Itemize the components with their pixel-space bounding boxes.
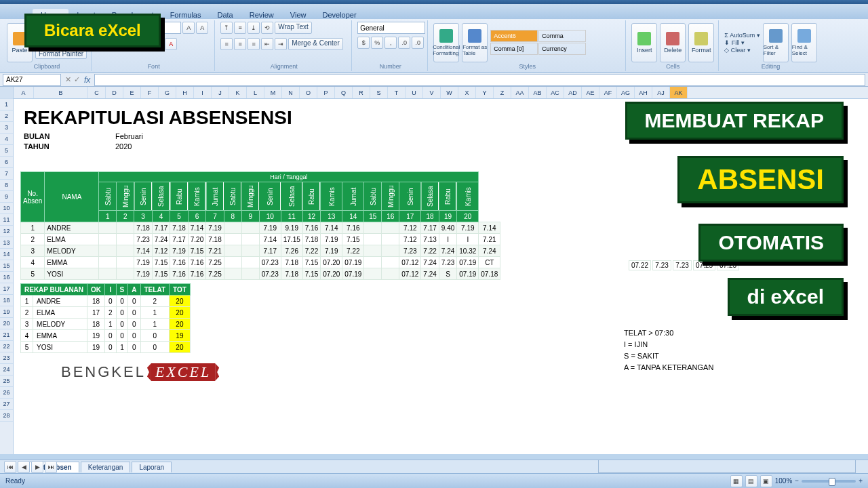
row-header[interactable]: 26 [0, 387, 13, 399]
row-header[interactable]: 3 [0, 122, 13, 134]
group-styles: Conditional Formatting Format as Table A… [429, 20, 626, 71]
formula-bar[interactable] [94, 74, 865, 86]
delete-cells-button[interactable]: Delete [660, 23, 686, 62]
wrap-text-button[interactable]: Wrap Text [275, 22, 312, 34]
find-select-button[interactable]: Find & Select [791, 23, 817, 62]
row-header[interactable]: 28 [0, 410, 13, 422]
horizontal-scrollbar[interactable] [598, 460, 856, 473]
row-header[interactable]: 14 [0, 249, 13, 260]
row-header[interactable]: 8 [0, 180, 13, 191]
ribbon-tab-developer[interactable]: Developer [314, 9, 364, 19]
zoom-in-button[interactable]: + [859, 477, 863, 485]
row-header[interactable]: 1 [0, 99, 13, 110]
row-header[interactable]: 27 [0, 399, 13, 410]
shrink-font-button[interactable]: A [196, 22, 208, 34]
percent-button[interactable]: % [371, 37, 383, 49]
ribbon-tab-formulas[interactable]: Formulas [162, 9, 210, 19]
align-right-button[interactable]: ≡ [248, 38, 260, 50]
align-bottom-button[interactable]: ⤓ [248, 22, 260, 34]
ribbon-tab-view[interactable]: View [282, 9, 315, 19]
row-header[interactable]: 22 [0, 341, 13, 352]
tahun-label: TAHUN [24, 142, 50, 150]
row-header[interactable]: 9 [0, 191, 13, 203]
row-header[interactable]: 17 [0, 283, 13, 295]
row-header[interactable]: 13 [0, 237, 13, 249]
row-headers: 1234567891011121314151617181920212223242… [0, 87, 14, 454]
ribbon-tab-review[interactable]: Review [241, 9, 282, 19]
align-top-button[interactable]: ⤒ [220, 22, 233, 34]
comma-button[interactable]: , [384, 37, 397, 49]
row-header[interactable]: 6 [0, 157, 13, 168]
font-size-input[interactable] [159, 22, 181, 34]
row-header[interactable]: 21 [0, 329, 13, 341]
sort-filter-button[interactable]: Sort & Filter [763, 23, 789, 62]
group-label: Editing [724, 63, 817, 70]
currency-button[interactable]: $ [357, 37, 370, 49]
group-label: Alignment [220, 63, 347, 70]
format-as-table-button[interactable]: Format as Table [462, 23, 488, 62]
legend: TELAT > 07:30I = IJINS = SAKITA = TANPA … [624, 327, 713, 373]
group-label: Cells [631, 63, 714, 70]
font-color-button[interactable]: A [165, 38, 177, 50]
grow-font-button[interactable]: A [182, 22, 195, 34]
row-header[interactable]: 24 [0, 364, 13, 375]
row-header[interactable]: 5 [0, 145, 13, 157]
row-header[interactable]: 11 [0, 214, 13, 226]
tab-first-button[interactable]: ⏮ [4, 461, 16, 473]
row-header[interactable]: 15 [0, 260, 13, 272]
style-currency[interactable]: Currency [538, 43, 586, 55]
name-box[interactable] [3, 74, 61, 86]
row-header[interactable]: 16 [0, 272, 13, 283]
align-middle-button[interactable]: ≡ [234, 22, 246, 34]
row-header[interactable]: 20 [0, 318, 13, 329]
enter-icon[interactable]: ✓ [74, 75, 80, 84]
table-icon [468, 29, 481, 43]
autosum-button[interactable]: Σ AutoSum ▾ [724, 32, 760, 39]
ribbon-tab-data[interactable]: Data [209, 9, 241, 19]
sheet-tab[interactable]: Laporan [132, 462, 172, 472]
dec-dec-button[interactable]: .0 [412, 37, 424, 49]
zoom-out-button[interactable]: − [795, 477, 799, 485]
style-comma[interactable]: Comma [538, 30, 586, 42]
indent-dec-button[interactable]: ⇤ [261, 38, 273, 50]
row-header[interactable]: 12 [0, 226, 13, 237]
row-header[interactable]: 4 [0, 134, 13, 145]
find-icon [797, 29, 811, 43]
tab-last-button[interactable]: ⏭ [45, 461, 57, 473]
orientation-button[interactable]: ⟲ [261, 22, 273, 34]
zoom-slider[interactable] [802, 480, 856, 483]
merge-button[interactable]: Merge & Center [288, 38, 343, 50]
row-header[interactable]: 10 [0, 203, 13, 214]
style-comma0[interactable]: Comma [0] [490, 43, 538, 55]
dec-inc-button[interactable]: .0 [398, 37, 410, 49]
cells[interactable]: REKAPITULASI ABSENSENSI BULAN Februari T… [14, 87, 868, 454]
row-header[interactable]: 19 [0, 306, 13, 318]
align-center-button[interactable]: ≡ [234, 38, 246, 50]
clear-button[interactable]: ◇ Clear ▾ [724, 47, 760, 54]
tab-prev-button[interactable]: ◀ [18, 461, 30, 473]
format-cells-button[interactable]: Format [688, 23, 714, 62]
view-break-button[interactable]: ▣ [760, 475, 772, 487]
format-painter-button[interactable]: Format Painter [35, 49, 87, 59]
row-header[interactable]: 23 [0, 352, 13, 364]
row-header[interactable]: 18 [0, 295, 13, 306]
sheet-tab[interactable]: Keterangan [81, 462, 131, 472]
tab-next-button[interactable]: ▶ [31, 461, 43, 473]
row-header[interactable]: 2 [0, 110, 13, 122]
view-layout-button[interactable]: ▤ [745, 475, 757, 487]
select-all-button[interactable] [0, 87, 13, 99]
style-accent[interactable]: Accent6 [490, 30, 538, 42]
row-header[interactable]: 25 [0, 375, 13, 387]
fx-icon[interactable]: fx [84, 75, 90, 85]
cancel-icon[interactable]: ✕ [65, 75, 71, 84]
insert-cells-button[interactable]: Insert [631, 23, 657, 62]
row-header[interactable]: 7 [0, 168, 13, 180]
indent-inc-button[interactable]: ⇥ [275, 38, 287, 50]
grid[interactable]: ABCDEFGHIJKLMNOPQRSTUVWXYZAAABACADAEAFAG… [14, 87, 868, 454]
view-normal-button[interactable]: ▦ [730, 475, 743, 487]
fill-button[interactable]: ⬇ Fill ▾ [724, 39, 760, 46]
sort-icon [769, 29, 783, 43]
conditional-formatting-button[interactable]: Conditional Formatting [433, 23, 459, 62]
align-left-button[interactable]: ≡ [220, 38, 233, 50]
number-format-input[interactable] [357, 22, 425, 34]
